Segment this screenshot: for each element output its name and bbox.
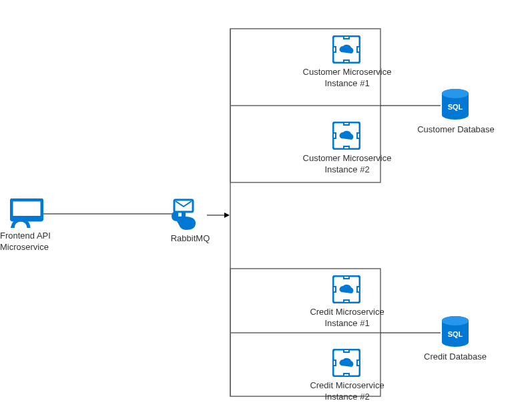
customer-instance1-label: Customer MicroserviceInstance #1 [294,67,401,90]
credit-instance1-label: Credit MicroserviceInstance #1 [294,307,401,329]
credit-instance2-label: Credit MicroserviceInstance #2 [294,380,401,403]
frontend-api-icon [10,198,43,228]
rabbitmq-icon [170,198,208,232]
credit-db-label: Credit Database [419,352,492,363]
cloud-service-icon [332,349,360,377]
sql-database-icon: SQL [441,315,470,349]
cloud-service-icon [332,122,360,150]
svg-point-53 [442,89,469,98]
svg-rect-14 [182,212,186,221]
svg-text:SQL: SQL [448,103,463,111]
cloud-service-icon [332,35,360,63]
svg-marker-2 [224,213,230,218]
customer-db-label: Customer Database [413,124,499,136]
cloud-service-icon [332,275,360,303]
rabbitmq-label: RabbitMQ [167,233,214,245]
svg-point-56 [442,316,469,325]
svg-rect-11 [11,216,42,220]
customer-instance2-label: Customer MicroserviceInstance #2 [294,153,401,176]
frontend-label: Frontend APIMicroservice [0,231,73,253]
sql-database-icon: SQL [441,88,470,122]
svg-text:SQL: SQL [448,330,463,338]
